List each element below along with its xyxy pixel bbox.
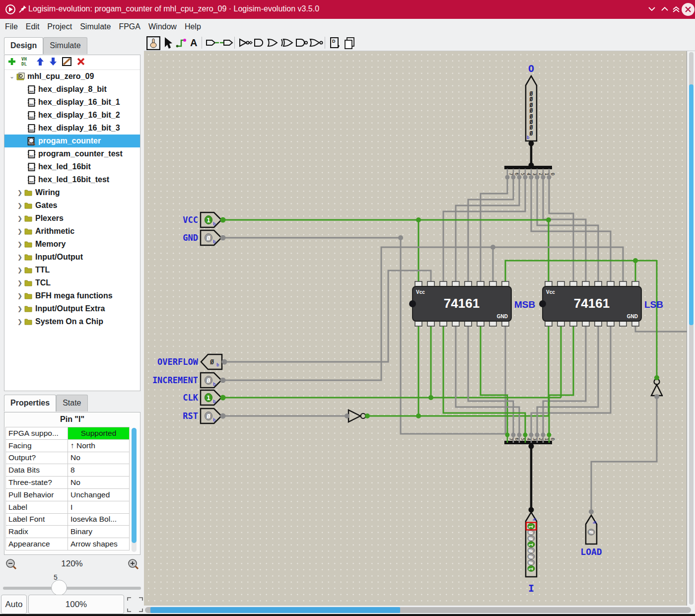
wire-junction[interactable]: [505, 433, 510, 437]
tree-lib-input-output-extra[interactable]: ❯Input/Output Extra: [4, 302, 140, 315]
zoom-in-icon[interactable]: [127, 558, 140, 573]
tree-circuit-hex_display_16_bit_3[interactable]: mnhex_display_16_bit_3: [4, 122, 140, 135]
not-gate[interactable]: [348, 410, 360, 422]
canvas-hscrollbar[interactable]: [144, 606, 695, 614]
tree-lib-tcl[interactable]: ❯TCL: [4, 276, 140, 289]
menu-file[interactable]: File: [1, 22, 22, 31]
wire[interactable]: [537, 326, 598, 435]
wire[interactable]: [481, 326, 507, 435]
wire-tool-icon[interactable]: [175, 36, 188, 51]
tree-circuit-program_counter_test[interactable]: mnprogram_counter_test: [4, 147, 140, 160]
pin-icon[interactable]: [18, 4, 28, 16]
xor-gate-icon[interactable]: [280, 36, 294, 51]
tree-circuit-hex_led_16bit[interactable]: mnhex_led_16bit: [4, 160, 140, 173]
wire-junction[interactable]: [220, 395, 226, 401]
tree-chevron[interactable]: ❯: [16, 215, 23, 222]
wire[interactable]: [456, 326, 519, 435]
move-down-icon[interactable]: [49, 57, 58, 68]
import-vhdl-icon[interactable]: VHDL: [21, 56, 32, 69]
auto-button[interactable]: Auto: [1, 595, 27, 614]
add-circuit-icon[interactable]: [7, 57, 17, 68]
circuit-canvas[interactable]: 7766554433221100VccGND74161MSBVccGND7416…: [144, 51, 687, 606]
tree-lib-wiring[interactable]: ❯Wiring: [4, 186, 140, 199]
wire-junction[interactable]: [428, 395, 433, 400]
menu-window[interactable]: Window: [144, 22, 181, 31]
property-value[interactable]: Supported: [68, 427, 130, 440]
add-output-pin-icon[interactable]: [219, 36, 234, 51]
wire[interactable]: [222, 271, 431, 362]
tree-circuit-hex_display_16_bit_1[interactable]: mnhex_display_16_bit_1: [4, 96, 140, 109]
wire-junction[interactable]: [345, 413, 349, 418]
wire-junction[interactable]: [517, 433, 522, 437]
tab-design[interactable]: Design: [4, 37, 43, 54]
menu-simulate[interactable]: Simulate: [76, 22, 115, 31]
property-value[interactable]: ↑ North: [68, 439, 130, 452]
tree-lib-memory[interactable]: ❯Memory: [4, 238, 140, 251]
wire-junction[interactable]: [535, 175, 540, 180]
wire-junction[interactable]: [546, 217, 551, 222]
wire-junction[interactable]: [416, 217, 421, 222]
property-value[interactable]: 8: [68, 464, 130, 477]
tree-lib-gates[interactable]: ❯Gates: [4, 199, 140, 212]
wire-junction[interactable]: [535, 433, 540, 437]
wire-junction[interactable]: [589, 509, 594, 514]
selection-frame-icon[interactable]: [127, 597, 143, 615]
wire[interactable]: [468, 326, 513, 435]
tree-chevron[interactable]: ❯: [16, 228, 23, 235]
wire-junction[interactable]: [490, 245, 495, 250]
tree-chevron[interactable]: ❯: [16, 189, 23, 196]
tree-circuit-hex_led_16bit_test[interactable]: mnhex_led_16bit_test: [4, 173, 140, 186]
tree-lib-input-output[interactable]: ❯Input/Output: [4, 251, 140, 264]
properties-scrollbar[interactable]: [132, 428, 137, 552]
tree-chevron[interactable]: ❯: [16, 202, 23, 209]
property-value[interactable]: Unchanged: [68, 488, 130, 501]
tree-chevron[interactable]: ❯: [16, 305, 23, 312]
tree-lib-ttl[interactable]: ❯TTL: [4, 264, 140, 276]
wire[interactable]: [635, 217, 687, 332]
wire[interactable]: [222, 238, 505, 434]
add-subcircuit-icon[interactable]: D: [328, 36, 342, 52]
property-value[interactable]: Iosevka Bol...: [68, 513, 130, 526]
wire-junction[interactable]: [523, 175, 528, 180]
wire-junction[interactable]: [547, 433, 552, 437]
wire-junction[interactable]: [511, 175, 516, 180]
nor-gate-icon[interactable]: [309, 36, 324, 51]
wire-junction[interactable]: [511, 433, 516, 437]
wire-junction[interactable]: [398, 235, 403, 240]
wire-junction[interactable]: [416, 413, 421, 418]
property-value[interactable]: No: [68, 477, 130, 489]
splitter-bar[interactable]: [504, 441, 552, 444]
edit-appearance-icon[interactable]: [62, 56, 72, 69]
or-gate-icon[interactable]: [267, 36, 279, 51]
tree-lib-system-on-a-chip[interactable]: ❯System On a Chip: [4, 315, 140, 328]
wire-junction[interactable]: [541, 175, 546, 180]
wire-junction[interactable]: [529, 444, 534, 449]
wire-junction[interactable]: [517, 175, 522, 180]
property-value[interactable]: Arrow shapes: [68, 538, 130, 550]
menu-edit[interactable]: Edit: [22, 22, 44, 31]
tree-circuit-hex_display_16_bit_2[interactable]: mnhex_display_16_bit_2: [4, 109, 140, 122]
keep-above-icon[interactable]: [672, 5, 680, 14]
tab-simulate[interactable]: Simulate: [43, 37, 87, 54]
close-icon[interactable]: [681, 2, 695, 18]
tree-chevron[interactable]: ❯: [16, 279, 23, 286]
splitter-bar[interactable]: [504, 166, 552, 169]
tab-state[interactable]: State: [56, 395, 87, 411]
property-value[interactable]: I: [68, 501, 130, 513]
zoom-slider-knob[interactable]: [51, 580, 67, 596]
wire-junction[interactable]: [220, 235, 226, 241]
not-gate-icon[interactable]: [238, 36, 253, 51]
wire-junction[interactable]: [529, 433, 534, 437]
tree-chevron[interactable]: ❯: [16, 241, 23, 248]
wire-junction[interactable]: [541, 433, 546, 437]
wire-junction[interactable]: [222, 359, 227, 365]
text-tool-icon[interactable]: A: [189, 36, 200, 51]
wire-junction[interactable]: [523, 433, 528, 437]
tree-root[interactable]: ⌄mhl_cpu_zero_09: [4, 70, 140, 83]
add-input-pin-icon[interactable]: [205, 36, 220, 51]
wire-junction[interactable]: [547, 175, 552, 180]
tree-chevron[interactable]: ❯: [16, 267, 23, 274]
wire-junction[interactable]: [633, 258, 638, 263]
tree-lib-arithmetic[interactable]: ❯Arithmetic: [4, 225, 140, 238]
wire-junction[interactable]: [505, 175, 510, 180]
